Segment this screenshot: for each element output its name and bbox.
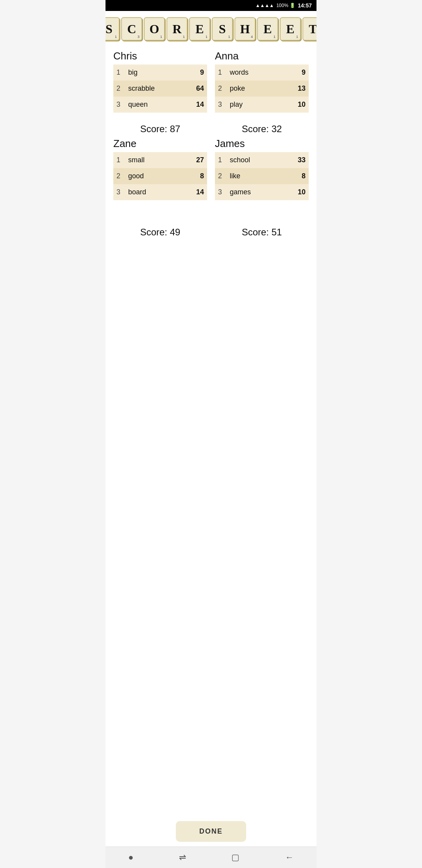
row-num: 1 [113, 152, 125, 168]
player-chris-table: 1big92scrabble643queen14 [113, 65, 207, 113]
chris-score: Score: 87 [113, 116, 207, 138]
row-word: small [125, 152, 177, 168]
row-num: 1 [215, 65, 227, 81]
title-tile-c: C3 [121, 17, 142, 41]
table-row: 1big9 [113, 65, 207, 81]
row-word: play [227, 97, 279, 113]
table-row: 3games10 [215, 184, 309, 200]
title-tile-h: H4 [234, 17, 256, 41]
title-tile-s: S1 [106, 17, 120, 41]
title-tile-e: E1 [280, 17, 301, 41]
row-score: 8 [177, 168, 207, 184]
row-word: games [227, 184, 281, 200]
table-row: 2poke13 [215, 81, 309, 97]
row-word: big [125, 65, 182, 81]
bottom-scores-row: Score: 49 Score: 51 [113, 219, 309, 241]
done-button[interactable]: DONE [176, 821, 246, 842]
row-num: 1 [215, 152, 227, 168]
table-row: 1school33 [215, 152, 309, 168]
row-num: 3 [113, 97, 125, 113]
row-word: school [227, 152, 281, 168]
james-score: Score: 51 [215, 219, 309, 241]
battery-indicator: 100% 🔋 [276, 3, 295, 8]
top-players-grid: Chris 1big92scrabble643queen14 Anna 1wor… [113, 50, 309, 116]
player-chris-name: Chris [113, 50, 207, 62]
row-word: good [125, 168, 177, 184]
row-num: 2 [215, 81, 227, 97]
title-tile-o: O1 [144, 17, 165, 41]
player-anna-table: 1words92poke133play10 [215, 65, 309, 113]
title-tile-e: E1 [189, 17, 210, 41]
row-score: 9 [182, 65, 207, 81]
bottom-players-grid: Zane 1small272good83board14 James 1schoo… [113, 138, 309, 203]
title-tile-r: R1 [166, 17, 188, 41]
row-num: 3 [215, 184, 227, 200]
main-content: Chris 1big92scrabble643queen14 Anna 1wor… [106, 44, 316, 815]
player-anna-name: Anna [215, 50, 309, 62]
row-num: 2 [113, 168, 125, 184]
row-score: 14 [177, 184, 207, 200]
row-word: board [125, 184, 177, 200]
row-num: 2 [215, 168, 227, 184]
top-scores-row: Score: 87 Score: 32 [113, 116, 309, 138]
row-num: 1 [113, 65, 125, 81]
title-tile-e: E1 [257, 17, 278, 41]
row-word: words [227, 65, 279, 81]
row-score: 8 [281, 168, 309, 184]
player-james-name: James [215, 138, 309, 150]
row-word: queen [125, 97, 182, 113]
row-word: scrabble [125, 81, 182, 97]
table-row: 2scrabble64 [113, 81, 207, 97]
bottom-bar: DONE [106, 815, 316, 846]
row-word: like [227, 168, 281, 184]
row-num: 3 [113, 184, 125, 200]
player-zane-table: 1small272good83board14 [113, 152, 207, 200]
player-chris: Chris 1big92scrabble643queen14 [113, 50, 207, 113]
player-zane: Zane 1small272good83board14 [113, 138, 207, 200]
row-score: 9 [279, 65, 309, 81]
nav-dot-icon[interactable]: ● [128, 852, 133, 863]
row-score: 13 [279, 81, 309, 97]
signal-icon: ▲▲▲▲ [256, 3, 274, 8]
table-row: 2like8 [215, 168, 309, 184]
row-score: 64 [182, 81, 207, 97]
table-row: 1words9 [215, 65, 309, 81]
row-score: 10 [281, 184, 309, 200]
row-score: 14 [182, 97, 207, 113]
nav-lines-icon[interactable]: ⇌ [179, 852, 186, 863]
player-james-table: 1school332like83games10 [215, 152, 309, 200]
player-zane-name: Zane [113, 138, 207, 150]
row-num: 3 [215, 97, 227, 113]
zane-score: Score: 49 [113, 219, 207, 241]
nav-bar: ● ⇌ ▢ ← [106, 846, 316, 868]
row-word: poke [227, 81, 279, 97]
table-row: 2good8 [113, 168, 207, 184]
player-anna: Anna 1words92poke133play10 [215, 50, 309, 113]
row-score: 33 [281, 152, 309, 168]
table-row: 3play10 [215, 97, 309, 113]
status-bar: ▲▲▲▲ 100% 🔋 14:57 [106, 0, 316, 11]
table-row: 3queen14 [113, 97, 207, 113]
table-row: 3board14 [113, 184, 207, 200]
app-title: S1C3O1R1E1S1H4E1E1T1 [106, 17, 316, 41]
player-james: James 1school332like83games10 [215, 138, 309, 200]
anna-score: Score: 32 [215, 116, 309, 138]
table-row: 1small27 [113, 152, 207, 168]
nav-square-icon[interactable]: ▢ [231, 852, 240, 863]
time-display: 14:57 [298, 2, 312, 9]
row-num: 2 [113, 81, 125, 97]
nav-back-icon[interactable]: ← [285, 852, 294, 863]
title-tile-t: T1 [302, 17, 316, 41]
title-tile-s: S1 [212, 17, 233, 41]
row-score: 27 [177, 152, 207, 168]
app-header: S1C3O1R1E1S1H4E1E1T1 [106, 11, 316, 44]
row-score: 10 [279, 97, 309, 113]
